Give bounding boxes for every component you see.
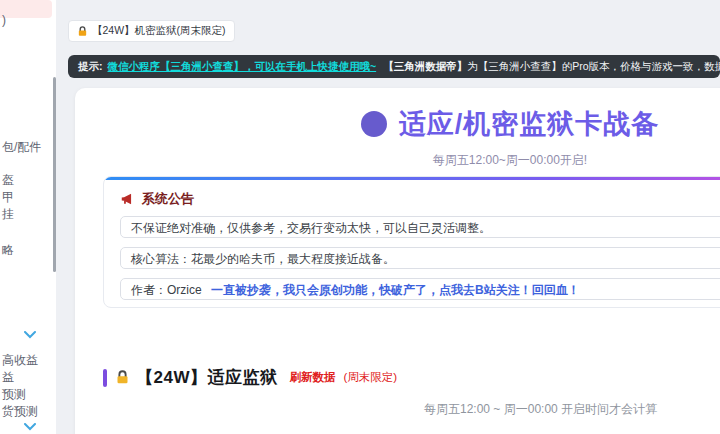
- author-bilibili-link[interactable]: 一直被抄袭，我只会原创功能，快破产了，点我去B站关注！回回血！: [211, 283, 580, 297]
- sidebar-active-item[interactable]: [0, 0, 52, 18]
- announcement-header-label: 系统公告: [142, 190, 194, 208]
- lock-icon: [77, 26, 88, 37]
- notice-rest-text: 为【三角洲小查查】的Pro版本，价格与游戏一致，数据实时更新!: [467, 60, 720, 74]
- circle-icon: [361, 111, 387, 137]
- sidebar-item[interactable]: 甲: [2, 189, 14, 206]
- chevron-down-icon[interactable]: [24, 331, 36, 339]
- sidebar-item[interactable]: 益: [2, 369, 14, 386]
- lock-icon: [115, 370, 130, 385]
- sidebar-scrollbar[interactable]: [53, 77, 56, 272]
- chevron-down-icon[interactable]: [24, 423, 36, 431]
- sidebar-item[interactable]: 挂: [2, 206, 14, 223]
- page-title: 适应/机密监狱卡战备: [399, 106, 660, 142]
- main-card: 适应/机密监狱卡战备 每周五12:00~周一00:00开启! 系统公告 不保证绝…: [75, 88, 720, 434]
- sidebar-item[interactable]: 货预测: [2, 403, 38, 420]
- megaphone-icon: [120, 192, 134, 206]
- announcement-item: 作者：Orzice 一直被抄袭，我只会原创功能，快破产了，点我去B站关注！回回血…: [120, 278, 720, 300]
- sidebar-item[interactable]: 盔: [2, 172, 14, 189]
- refresh-data-button[interactable]: 刷新数据: [289, 370, 335, 385]
- author-label: 作者：Orzice: [131, 283, 202, 297]
- page-subtitle: 每周五12:00~周一00:00开启!: [75, 152, 720, 169]
- announcement-item: 不保证绝对准确，仅供参考，交易行变动太快，可以自己灵活调整。: [120, 216, 720, 238]
- notice-prefix: 提示:: [78, 60, 103, 74]
- sidebar: ) 包/配件 盔 甲 挂 略 高收益 益 预测 货预测: [0, 0, 56, 434]
- announcement-item: 核心算法：花最少的哈夫币，最大程度接近战备。: [120, 247, 720, 269]
- tab-label: 【24W】机密监狱(周末限定): [92, 24, 226, 38]
- tab-secret-prison[interactable]: 【24W】机密监狱(周末限定): [68, 20, 235, 42]
- section-title: 【24W】适应监狱: [136, 366, 277, 389]
- section-accent-bar: [103, 369, 107, 387]
- hero-header: 适应/机密监狱卡战备: [75, 106, 720, 142]
- page: ) 包/配件 盔 甲 挂 略 高收益 益 预测 货预测 【24W】机密监狱(周末…: [0, 0, 720, 434]
- gradient-top-bar: [104, 177, 720, 180]
- sidebar-item[interactable]: 略: [2, 242, 14, 259]
- sidebar-item[interactable]: 预测: [2, 386, 26, 403]
- notice-bar: 提示: 微信小程序【三角洲小查查】，可以在手机上快捷使用哦~ 【三角洲数据帝】 …: [68, 55, 720, 78]
- schedule-note: 每周五12:00 ~ 周一00:00 开启时间才会计算: [424, 401, 657, 418]
- announcement-card: 系统公告 不保证绝对准确，仅供参考，交易行变动太快，可以自己灵活调整。 核心算法…: [103, 176, 720, 308]
- miniprogram-link[interactable]: 微信小程序【三角洲小查查】，可以在手机上快捷使用哦~: [108, 60, 377, 74]
- announcement-header: 系统公告: [120, 190, 720, 208]
- section-heading: 【24W】适应监狱 刷新数据 (周末限定): [103, 366, 397, 389]
- weekend-badge: (周末限定): [343, 370, 397, 385]
- sidebar-item[interactable]: 包/配件: [2, 139, 41, 156]
- notice-bold-text: 【三角洲数据帝】: [383, 60, 467, 74]
- sidebar-item[interactable]: 高收益: [2, 352, 38, 369]
- sidebar-item[interactable]: ): [2, 13, 6, 27]
